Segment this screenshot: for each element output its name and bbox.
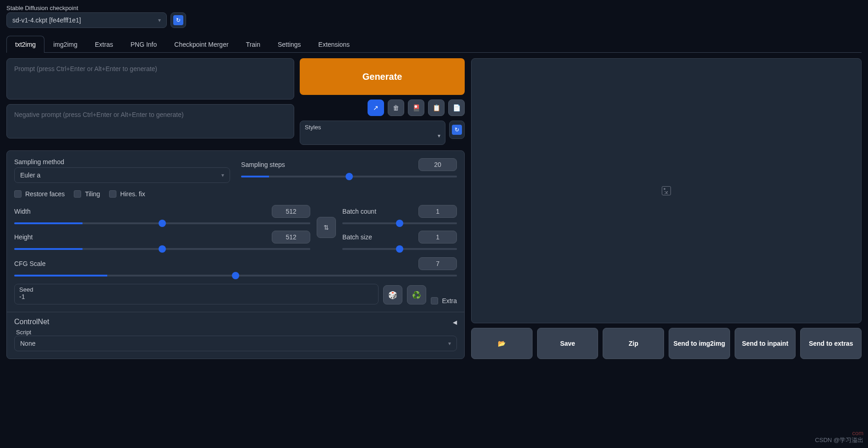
chevron-down-icon: [448, 340, 451, 347]
checkbox-icon: [74, 190, 81, 198]
checkbox-icon: [109, 190, 116, 198]
tab-png-info[interactable]: PNG Info: [122, 36, 166, 53]
cfg-scale-label: CFG Scale: [14, 260, 45, 267]
recycle-icon: ♻️: [412, 291, 421, 299]
height-label: Height: [14, 233, 33, 241]
random-seed-button[interactable]: 🎲: [383, 285, 402, 304]
tab-img2img[interactable]: img2img: [44, 36, 86, 53]
save-button[interactable]: Save: [537, 328, 599, 359]
main-tabs: txt2imgimg2imgExtrasPNG InfoCheckpoint M…: [6, 35, 862, 53]
trash-icon: 🗑: [393, 104, 399, 111]
tab-checkpoint-merger[interactable]: Checkpoint Merger: [165, 36, 237, 53]
styles-select[interactable]: Styles ▾: [300, 121, 445, 145]
chevron-down-icon: ▾: [305, 133, 440, 139]
tool-clear-button[interactable]: 🗑: [388, 100, 404, 116]
chevron-down-icon: [221, 172, 224, 178]
tab-txt2img[interactable]: txt2img: [6, 36, 44, 53]
dice-icon: 🎲: [388, 291, 397, 299]
send-to-extras-button[interactable]: Send to extras: [800, 328, 862, 359]
reuse-seed-button[interactable]: ♻️: [407, 285, 426, 304]
refresh-icon: [173, 15, 183, 25]
tab-train[interactable]: Train: [237, 36, 269, 53]
restore-faces-checkbox[interactable]: Restore faces: [14, 190, 65, 198]
clipboard-icon: 📋: [433, 104, 440, 111]
script-select[interactable]: None: [14, 336, 457, 351]
tab-extensions[interactable]: Extensions: [310, 36, 358, 53]
batch-count-label: Batch count: [342, 208, 376, 215]
checkbox-icon: [14, 190, 22, 198]
width-slider[interactable]: [14, 222, 310, 224]
triangle-left-icon: [453, 318, 457, 326]
tool-paste-button[interactable]: 📋: [428, 100, 445, 116]
tool-file-button[interactable]: 📄: [448, 100, 465, 116]
seed-label: Seed: [19, 286, 374, 293]
tab-settings[interactable]: Settings: [269, 36, 310, 53]
controlnet-label: ControlNet: [14, 318, 49, 326]
seed-extra-checkbox[interactable]: Extra: [431, 297, 457, 304]
sampling-method-value: Euler a: [20, 171, 40, 179]
refresh-icon: [452, 125, 462, 135]
cfg-scale-slider[interactable]: [14, 275, 457, 277]
generate-button[interactable]: Generate: [300, 58, 465, 95]
batch-count-slider[interactable]: [342, 222, 457, 224]
script-value: None: [20, 340, 35, 347]
styles-label: Styles: [305, 124, 440, 131]
script-label: Script: [14, 329, 457, 336]
swap-icon: ⇅: [324, 224, 329, 231]
output-gallery: [471, 58, 862, 323]
sampling-method-label: Sampling method: [14, 158, 230, 166]
sampling-steps-slider[interactable]: [241, 176, 457, 177]
batch-count-value[interactable]: 1: [418, 205, 457, 218]
hires-fix-checkbox[interactable]: Hires. fix: [109, 190, 145, 198]
send-to-inpaint-button[interactable]: Send to inpaint: [735, 328, 796, 359]
sampling-steps-value[interactable]: 20: [418, 158, 457, 171]
swap-dimensions-button[interactable]: ⇅: [317, 217, 336, 238]
folder-icon: 📂: [498, 340, 505, 347]
prompt-input[interactable]: [6, 58, 294, 100]
refresh-checkpoint-button[interactable]: [170, 12, 186, 28]
batch-size-slider[interactable]: [342, 248, 457, 250]
zip-button[interactable]: Zip: [603, 328, 664, 359]
seed-input[interactable]: [19, 293, 374, 300]
arrow-icon: ↗: [373, 104, 379, 111]
height-slider[interactable]: [14, 248, 310, 250]
checkbox-icon: [431, 297, 438, 304]
watermark: com CSDN @学习溢出: [815, 436, 863, 444]
tool-extra-networks-button[interactable]: 🎴: [408, 100, 424, 116]
sampling-method-select[interactable]: Euler a: [14, 167, 230, 183]
checkpoint-value: sd-v1-4.ckpt [fe4efff1e1]: [12, 17, 81, 24]
batch-size-value[interactable]: 1: [418, 231, 457, 243]
cfg-scale-value[interactable]: 7: [418, 257, 457, 270]
image-placeholder-icon: [662, 186, 671, 195]
tab-extras[interactable]: Extras: [86, 36, 122, 53]
height-value[interactable]: 512: [272, 231, 310, 243]
open-folder-button[interactable]: 📂: [471, 328, 533, 359]
width-label: Width: [14, 208, 31, 215]
refresh-styles-button[interactable]: [449, 121, 465, 139]
tiling-checkbox[interactable]: Tiling: [74, 190, 100, 198]
chevron-down-icon: [158, 17, 161, 23]
sampling-steps-label: Sampling steps: [241, 161, 285, 168]
card-icon: 🎴: [412, 104, 420, 111]
negative-prompt-input[interactable]: [6, 104, 294, 138]
checkpoint-select[interactable]: sd-v1-4.ckpt [fe4efff1e1]: [6, 12, 167, 28]
send-to-img2img-button[interactable]: Send to img2img: [669, 328, 730, 359]
tool-arrow-button[interactable]: ↗: [368, 100, 384, 116]
checkpoint-label: Stable Diffusion checkpoint: [6, 5, 862, 11]
batch-size-label: Batch size: [342, 233, 372, 241]
file-icon: 📄: [453, 104, 461, 111]
width-value[interactable]: 512: [272, 205, 310, 218]
